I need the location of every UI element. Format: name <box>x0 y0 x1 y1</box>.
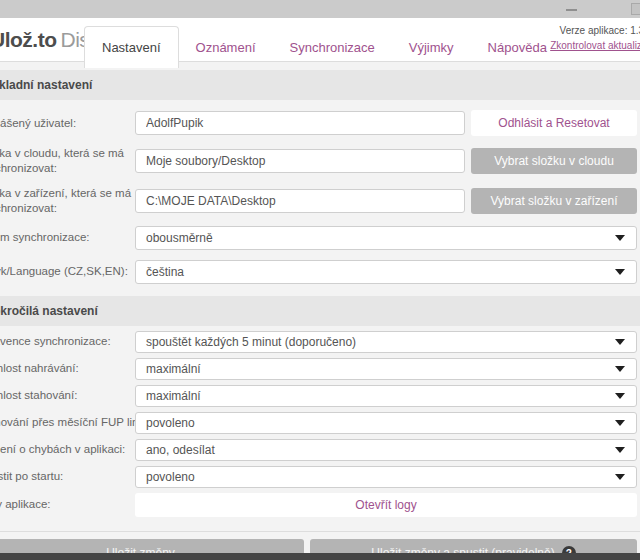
download-speed-value: maximální <box>146 389 201 403</box>
tab-synchronizace[interactable]: Synchronizace <box>273 26 392 68</box>
advanced-settings-form: Frekvence synchronizace: spouštět každýc… <box>0 331 640 517</box>
tab-vyjimky[interactable]: Výjimky <box>392 26 471 68</box>
chevron-down-icon <box>615 393 625 399</box>
upload-speed-label: Rychlost nahrávání: <box>0 361 135 376</box>
row-download-speed: Rychlost stahování: maximální <box>0 385 637 407</box>
sync-mode-value: obousměrně <box>146 231 213 245</box>
language-value: čeština <box>146 265 184 279</box>
sync-frequency-label: Frekvence synchronizace: <box>0 334 135 349</box>
minimize-icon[interactable] <box>566 9 577 11</box>
row-sync-frequency: Frekvence synchronizace: spouštět každýc… <box>0 331 637 353</box>
chevron-down-icon <box>615 366 625 372</box>
row-language: Jazyk/Language (CZ,SK,EN): čeština <box>0 260 637 284</box>
row-cloud-folder: Složka v cloudu, která se má synchronizo… <box>0 146 637 176</box>
row-run-at-startup: Spustit po startu: povoleno <box>0 466 637 488</box>
sync-frequency-value: spouštět každých 5 minut (doporučeno) <box>146 335 356 349</box>
tab-bar: Nastavení Oznámení Synchronizace Výjimky… <box>84 26 564 68</box>
row-device-folder: Složka v zařízení, která se má synchroni… <box>0 186 637 216</box>
upload-speed-select[interactable]: maximální <box>135 358 637 380</box>
tab-nastaveni[interactable]: Nastavení <box>84 26 179 68</box>
chevron-down-icon <box>615 269 625 275</box>
chevron-down-icon <box>615 235 625 241</box>
row-error-reporting: Hlášení o chybách v aplikaci: ano, odesí… <box>0 439 637 461</box>
open-logs-button[interactable]: Otevřít logy <box>135 493 637 517</box>
app-logs-label: Logy aplikace: <box>0 497 135 512</box>
run-at-startup-label: Spustit po startu: <box>0 469 135 484</box>
app-window: Ulož.toDisk Nastavení Oznámení Synchroni… <box>0 0 640 560</box>
section-advanced-settings: Pokročilá nastavení <box>0 296 640 326</box>
run-at-startup-value: povoleno <box>146 470 195 484</box>
download-speed-label: Rychlost stahování: <box>0 388 135 403</box>
error-reporting-label: Hlášení o chybách v aplikaci: <box>0 442 135 457</box>
select-cloud-folder-button[interactable]: Vybrat složku v cloudu <box>471 148 637 174</box>
row-app-logs: Logy aplikace: Otevřít logy <box>0 493 637 517</box>
fup-limit-label: Stahování přes měsíční FUP limit: <box>0 415 135 430</box>
sync-mode-label: Režim synchronizace: <box>0 230 135 245</box>
language-select[interactable]: čeština <box>135 260 637 284</box>
language-label: Jazyk/Language (CZ,SK,EN): <box>0 264 135 279</box>
window-control-partial-icon[interactable] <box>631 3 640 15</box>
upload-speed-value: maximální <box>146 362 201 376</box>
chevron-down-icon <box>615 339 625 345</box>
logged-user-input[interactable] <box>135 111 465 135</box>
row-logged-user: Přihlášený uživatel: Odhlásit a Resetova… <box>0 110 637 136</box>
chevron-down-icon <box>615 474 625 480</box>
logo-primary: Ulož.to <box>0 28 56 51</box>
logged-user-label: Přihlášený uživatel: <box>0 116 135 131</box>
chevron-down-icon <box>615 420 625 426</box>
basic-settings-form: Přihlášený uživatel: Odhlásit a Resetova… <box>0 110 640 284</box>
device-folder-label: Složka v zařízení, která se má synchroni… <box>0 186 135 216</box>
row-sync-mode: Režim synchronizace: obousměrně <box>0 226 637 250</box>
select-device-folder-button[interactable]: Vybrat složku v zařízení <box>471 188 637 214</box>
device-folder-input[interactable] <box>135 189 465 213</box>
section-basic-settings: Základní nastavení <box>0 70 640 100</box>
settings-content: Základní nastavení Přihlášený uživatel: … <box>0 70 640 560</box>
tab-oznameni[interactable]: Oznámení <box>179 26 273 68</box>
sync-frequency-select[interactable]: spouštět každých 5 minut (doporučeno) <box>135 331 637 353</box>
tab-napoveda[interactable]: Nápověda <box>471 26 564 68</box>
fup-limit-value: povoleno <box>146 416 195 430</box>
row-fup-limit: Stahování přes měsíční FUP limit: povole… <box>0 412 637 434</box>
logout-reset-button[interactable]: Odhlásit a Resetovat <box>471 110 637 136</box>
fup-limit-select[interactable]: povoleno <box>135 412 637 434</box>
row-upload-speed: Rychlost nahrávání: maximální <box>0 358 637 380</box>
sync-mode-select[interactable]: obousměrně <box>135 226 637 250</box>
chevron-down-icon <box>615 447 625 453</box>
window-titlebar <box>0 0 640 18</box>
download-speed-select[interactable]: maximální <box>135 385 637 407</box>
error-reporting-select[interactable]: ano, odesílat <box>135 439 637 461</box>
error-reporting-value: ano, odesílat <box>146 443 215 457</box>
app-header: Ulož.toDisk Nastavení Oznámení Synchroni… <box>0 18 640 62</box>
cloud-folder-input[interactable] <box>135 149 465 173</box>
bottom-dark-bar <box>0 553 640 560</box>
run-at-startup-select[interactable]: povoleno <box>135 466 637 488</box>
cloud-folder-label: Složka v cloudu, která se má synchronizo… <box>0 146 135 176</box>
